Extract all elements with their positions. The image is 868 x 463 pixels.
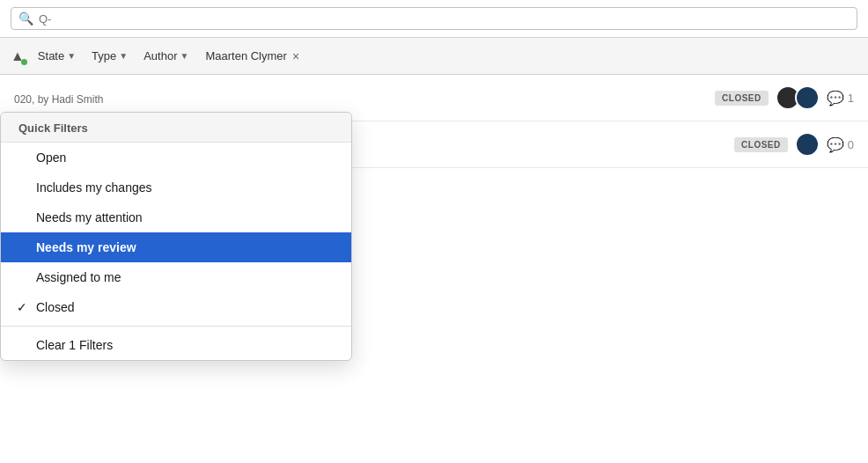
state-filter-label: State <box>38 49 64 62</box>
search-icon: 🔍 <box>18 11 33 26</box>
dropdown-header: Quick Filters <box>1 113 351 143</box>
dropdown-item-open-label: Open <box>36 151 66 165</box>
filter-bar: ▲ State ▼ Type ▼ Author ▼ Maarten Clymer… <box>0 38 868 75</box>
filter-funnel-icon: ▲ <box>11 48 25 64</box>
dropdown-clear-filters[interactable]: Clear 1 Filters <box>1 330 351 360</box>
pr-meta: 020, by Hadi Smith <box>14 93 704 106</box>
status-badge: CLOSED <box>734 137 788 152</box>
comment-number: 1 <box>848 92 854 105</box>
pr-info: 020, by Hadi Smith <box>14 91 704 106</box>
dropdown-item-assigned-to-me-label: Assigned to me <box>36 270 121 284</box>
quick-filters-dropdown: Quick Filters Open Includes my changes N… <box>0 112 352 361</box>
type-filter-label: Type <box>92 49 116 62</box>
dropdown-clear-label: Clear 1 Filters <box>36 338 113 352</box>
state-filter-button[interactable]: State ▼ <box>32 47 82 65</box>
comment-icon: 💬 <box>827 136 844 153</box>
dropdown-item-includes-my-changes-label: Includes my changes <box>36 180 152 195</box>
state-chevron-icon: ▼ <box>67 51 76 61</box>
dropdown-divider <box>1 326 351 327</box>
dropdown-item-includes-my-changes[interactable]: Includes my changes <box>1 173 351 202</box>
filter-active-dot <box>21 59 27 65</box>
author-chip-name: Maarten Clymer <box>205 49 286 62</box>
author-chip-close[interactable]: × <box>292 49 299 63</box>
author-chevron-icon: ▼ <box>180 51 189 61</box>
pr-right: CLOSED 💬 0 <box>734 132 854 157</box>
dropdown-item-closed[interactable]: Closed <box>1 292 351 322</box>
comment-count: 💬 1 <box>827 90 854 107</box>
avatar <box>795 85 820 110</box>
dropdown-item-assigned-to-me[interactable]: Assigned to me <box>1 262 351 292</box>
content-area: 020, by Hadi Smith CLOSED 💬 1 20, by Had… <box>0 75 868 463</box>
search-input[interactable] <box>39 12 850 26</box>
filter-icon-area: ▲ <box>11 48 25 64</box>
avatar-stack <box>795 132 820 157</box>
dropdown-item-needs-my-attention-label: Needs my attention <box>36 210 143 224</box>
dropdown-item-needs-my-attention[interactable]: Needs my attention <box>1 202 351 232</box>
author-filter-label: Author <box>143 49 177 62</box>
author-filter-button[interactable]: Author ▼ <box>137 47 195 65</box>
type-filter-button[interactable]: Type ▼ <box>85 47 134 65</box>
avatar <box>795 132 820 157</box>
status-badge: CLOSED <box>715 91 769 106</box>
author-chip: Maarten Clymer × <box>198 47 306 66</box>
comment-number: 0 <box>848 138 854 151</box>
search-input-wrapper[interactable]: 🔍 <box>11 7 857 30</box>
dropdown-item-closed-label: Closed <box>36 300 75 314</box>
dropdown-item-needs-my-review-label: Needs my review <box>36 240 136 254</box>
comment-count: 💬 0 <box>827 136 854 153</box>
search-bar: 🔍 <box>0 0 868 38</box>
dropdown-item-open[interactable]: Open <box>1 143 351 173</box>
type-chevron-icon: ▼ <box>119 51 128 61</box>
pr-right: CLOSED 💬 1 <box>715 85 854 110</box>
comment-icon: 💬 <box>827 90 844 107</box>
avatar-stack <box>776 85 820 110</box>
dropdown-item-needs-my-review[interactable]: Needs my review <box>1 232 351 262</box>
